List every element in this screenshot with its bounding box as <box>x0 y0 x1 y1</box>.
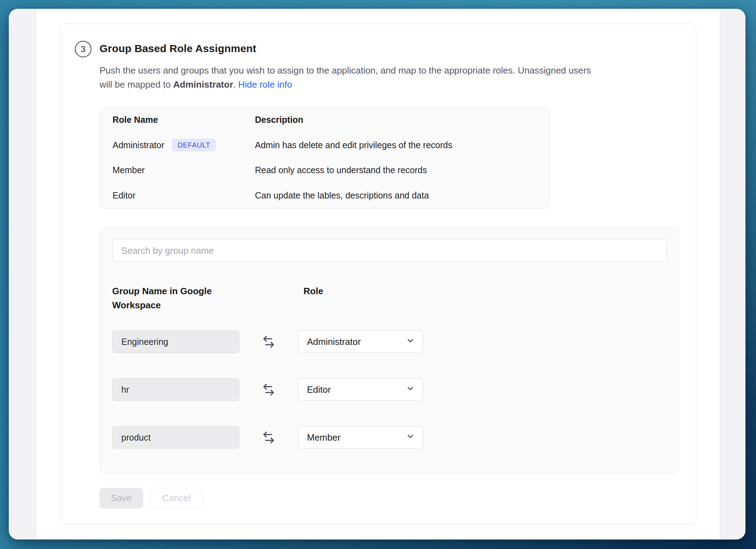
group-name-column-header: Group Name in Google Workspace <box>112 284 223 312</box>
role-name-column-header: Role Name <box>113 115 255 125</box>
step-number-badge: 3 <box>75 41 91 57</box>
page-gutter-left <box>9 9 36 539</box>
role-select-value: Administrator <box>307 336 361 347</box>
cancel-button[interactable]: Cancel <box>150 488 203 509</box>
page-gutter-right <box>720 9 745 539</box>
role-select[interactable]: Member <box>298 426 423 449</box>
mapping-row-product: Member <box>112 426 667 449</box>
table-row-administrator: Administrator DEFAULT <box>113 139 255 151</box>
chevron-down-icon <box>406 432 415 443</box>
role-name: Administrator <box>113 140 164 150</box>
group-name-input <box>112 426 239 449</box>
group-mapping-panel: Group Name in Google Workspace Role Admi… <box>100 227 679 474</box>
app-window: 3 Group Based Role Assignment Push the u… <box>9 9 745 539</box>
role-info-table: Role Name Description Administrator DEFA… <box>100 107 550 208</box>
description-period: . <box>233 79 238 90</box>
swap-horizontal-icon <box>262 335 276 349</box>
description-line1: Push the users and groups that you wish … <box>100 65 591 76</box>
save-button[interactable]: Save <box>100 488 143 509</box>
role-description: Can update the lables, descriptions and … <box>255 190 537 201</box>
role-select-value: Member <box>307 432 340 443</box>
step-number: 3 <box>81 44 85 54</box>
description-column-header: Description <box>255 115 537 125</box>
role-name: Member <box>113 165 145 175</box>
chevron-down-icon <box>406 336 415 348</box>
role-description: Admin has delete and edit privileges of … <box>255 140 537 150</box>
header-spacer <box>239 284 298 312</box>
search-input[interactable] <box>112 239 667 262</box>
chevron-down-icon <box>406 384 415 396</box>
group-name-input <box>112 378 239 401</box>
mapping-row-hr: Editor <box>112 378 667 401</box>
table-row-editor: Editor <box>113 190 255 201</box>
hide-role-info-link[interactable]: Hide role info <box>238 79 292 90</box>
role-select[interactable]: Administrator <box>298 330 423 353</box>
mapping-row-engineering: Administrator <box>112 330 667 353</box>
section-title: Group Based Role Assignment <box>100 41 696 56</box>
role-select-value: Editor <box>307 384 331 395</box>
swap-horizontal-icon <box>262 383 276 397</box>
default-badge: DEFAULT <box>172 139 216 151</box>
description-line2: will be mapped to <box>100 79 173 90</box>
swap-horizontal-icon <box>262 430 276 444</box>
table-row-member: Member <box>113 165 255 175</box>
form-actions: Save Cancel <box>100 488 696 509</box>
default-role-name: Administrator <box>173 79 233 90</box>
role-column-header: Role <box>298 284 423 312</box>
group-name-input <box>112 330 239 353</box>
mapping-column-headers: Group Name in Google Workspace Role <box>112 284 667 312</box>
role-select[interactable]: Editor <box>298 378 423 401</box>
group-role-assignment-card: 3 Group Based Role Assignment Push the u… <box>60 24 696 524</box>
role-name: Editor <box>113 190 135 201</box>
role-description: Read only access to understand the recor… <box>255 165 537 175</box>
section-description: Push the users and groups that you wish … <box>100 63 673 92</box>
